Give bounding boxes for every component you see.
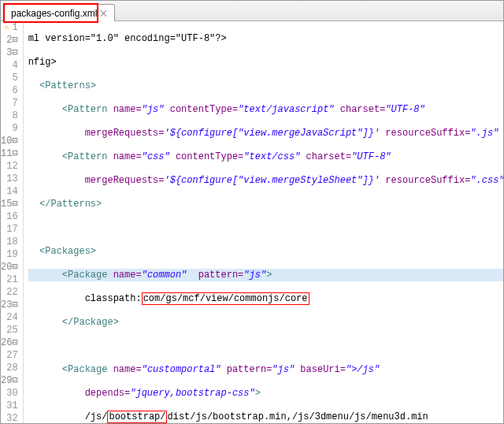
line-number: 10⊟ — [1, 135, 18, 147]
line-number: 1 — [1, 21, 18, 34]
line-number: 28 — [1, 362, 18, 374]
line-number: 31 — [1, 400, 18, 412]
line-number: 21 — [1, 273, 18, 286]
line-number: 6 — [1, 84, 18, 97]
tab-title: packages-config.xml — [11, 8, 97, 19]
line-number: 2⊟ — [1, 34, 18, 46]
code-line: mergeRequests='${configure["view.mergeSt… — [28, 174, 503, 187]
code-line: ml version="1.0" encoding="UTF-8"?> — [28, 32, 503, 45]
path-highlight: bootstrap/ — [107, 411, 167, 423]
code-line: /js/bootstrap/dist/js/bootstrap.min,/js/… — [28, 411, 503, 423]
code-line — [28, 340, 503, 352]
line-number: 12 — [1, 160, 18, 173]
code-editor[interactable]: 1 2⊟ 3⊟ 4 5 6 7 8 9 10⊟ 11⊟ 12 13 14 15⊟… — [1, 21, 503, 423]
file-tab[interactable]: packages-config.xml — [4, 4, 115, 21]
line-number: 5 — [1, 72, 18, 84]
line-number: 25 — [1, 324, 18, 337]
line-number: 15⊟ — [1, 198, 18, 210]
code-line: nfig> — [28, 56, 503, 69]
code-line: <Pattern name="css" contentType="text/cs… — [28, 151, 503, 163]
code-line: <Patterns> — [28, 80, 503, 92]
code-line: classpath:com/gs/mcf/view/commonjs/core — [28, 292, 503, 305]
code-line: <Package name="customportal" pattern="js… — [28, 363, 503, 376]
editor-window: packages-config.xml 1 2⊟ 3⊟ 4 5 6 7 8 9 … — [0, 0, 504, 424]
path-highlight: com/gs/mcf/view/commonjs/core — [142, 292, 309, 305]
line-number: 9 — [1, 122, 18, 135]
line-number: 23⊟ — [1, 299, 18, 311]
line-number: 18 — [1, 236, 18, 248]
line-number: 19 — [1, 248, 18, 261]
code-line: mergeRequests='${configure["view.mergeJa… — [28, 127, 503, 139]
line-number: 22 — [1, 286, 18, 299]
code-area[interactable]: ml version="1.0" encoding="UTF-8"?> nfig… — [24, 21, 503, 423]
line-number: 30 — [1, 387, 18, 400]
line-number: 3⊟ — [1, 46, 18, 59]
code-line: <Pattern name="js" contentType="text/jav… — [28, 103, 503, 116]
line-number: 16 — [1, 210, 18, 223]
code-line: depends="jquery,bootstrap-css"> — [28, 387, 503, 400]
line-number: 20⊟ — [1, 261, 18, 273]
line-number: 17 — [1, 223, 18, 236]
selected-text: js — [250, 270, 261, 281]
line-number: 4 — [1, 59, 18, 72]
code-line: </Package> — [28, 316, 503, 329]
line-gutter: 1 2⊟ 3⊟ 4 5 6 7 8 9 10⊟ 11⊟ 12 13 14 15⊟… — [1, 21, 24, 423]
line-number: 13 — [1, 173, 18, 185]
code-line: <Packages> — [28, 245, 503, 258]
line-number: 14 — [1, 185, 18, 198]
line-number: 8 — [1, 110, 18, 122]
tab-bar: packages-config.xml — [1, 1, 503, 21]
line-number: 29⊟ — [1, 374, 18, 387]
line-number: 27 — [1, 349, 18, 362]
code-line: <Package name="common" pattern="js"> — [28, 269, 503, 281]
line-number: 24 — [1, 311, 18, 324]
code-line: </Patterns> — [28, 198, 503, 210]
line-number: 26⊟ — [1, 337, 18, 349]
line-number: 7 — [1, 97, 18, 110]
line-number: 11⊟ — [1, 147, 18, 160]
line-number: 32 — [1, 412, 18, 423]
code-line — [28, 221, 503, 234]
close-icon[interactable] — [100, 9, 108, 17]
